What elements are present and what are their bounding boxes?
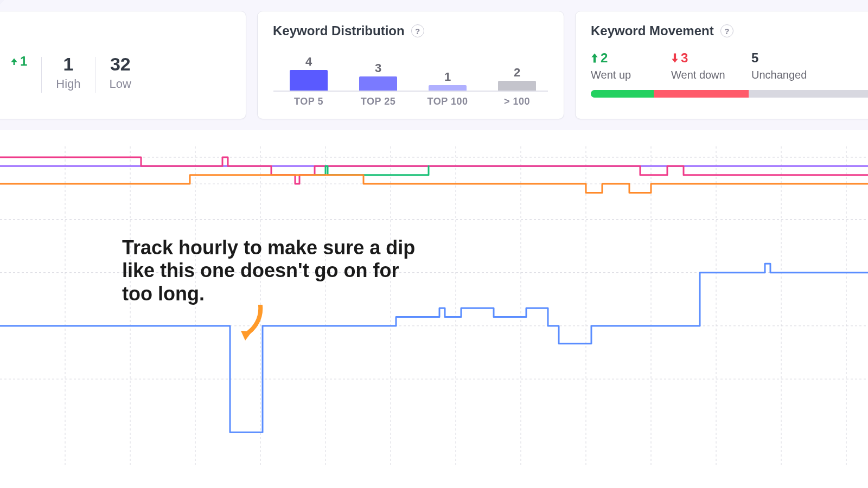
keyword-movement-card: Keyword Movement ? 2 Went up 3 Went down [575,11,868,119]
help-icon[interactable]: ? [720,24,733,37]
rank-high-value: 1 [56,54,80,75]
annotation-text: Track hourly to make sure a dip like thi… [122,236,426,305]
movement-title: Keyword Movement [591,23,714,38]
movement-progress-bar [591,90,868,98]
rank-card: Rank ? 1 1 High 32 Low [0,11,246,119]
went-down-label: Went down [671,69,725,81]
distribution-bar-label: > 100 [484,96,550,107]
distribution-bar-value: 4 [290,55,328,69]
keyword-distribution-card: Keyword Distribution ? 4TOP 53TOP 251TOP… [257,11,564,119]
distribution-bar-label: TOP 25 [346,96,411,107]
rank-history-chart: Track hourly to make sure a dip like thi… [0,130,868,488]
distribution-title: Keyword Distribution [273,23,405,38]
arrow-up-icon [10,57,18,65]
unchanged-label: Unchanged [751,69,807,81]
distribution-bar-label: TOP 100 [415,96,480,107]
went-up-label: Went up [591,69,645,81]
rank-low-label: Low [110,77,131,91]
arrow-up-icon [591,53,598,63]
distribution-bar-value: 2 [498,66,536,80]
summary-cards-strip: Rank ? 1 1 High 32 Low Keyword [0,0,868,130]
distribution-bar[interactable] [429,85,467,91]
rank-high-label: High [56,77,80,91]
distribution-bar-label: TOP 5 [276,96,341,107]
rank-low-value: 32 [110,54,131,75]
distribution-bar-value: 3 [359,61,397,75]
annotation-arrow-icon [239,305,266,343]
distribution-bar-chart: 4TOP 53TOP 251TOP 1002> 100 [273,52,548,111]
distribution-bar[interactable] [290,70,328,91]
chart-svg [0,130,868,488]
went-down-value: 3 [671,50,725,66]
went-up-value: 2 [591,50,645,66]
distribution-bar-value: 1 [429,70,467,84]
distribution-bar[interactable] [498,81,536,91]
unchanged-value: 5 [751,50,807,66]
help-icon[interactable]: ? [411,24,424,37]
arrow-down-icon [671,53,679,63]
distribution-bar[interactable] [359,76,397,91]
rank-delta: 1 [10,54,27,69]
